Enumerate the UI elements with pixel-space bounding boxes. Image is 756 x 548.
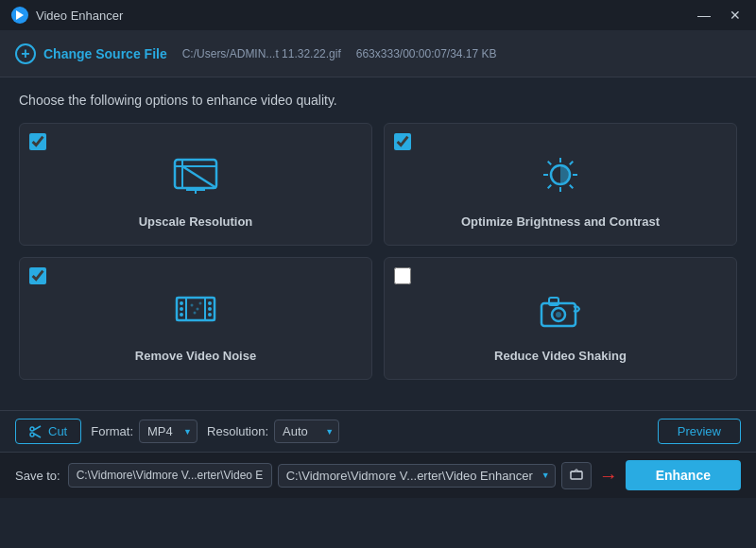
denoise-checkbox-wrapper[interactable] [29, 267, 46, 284]
arrow-indicator: → [599, 465, 618, 487]
upscale-label: Upscale Resolution [139, 214, 253, 229]
resolution-label: Resolution: [207, 424, 268, 438]
svg-point-28 [199, 302, 202, 305]
svg-line-36 [34, 434, 41, 437]
preview-button[interactable]: Preview [658, 419, 741, 444]
svg-marker-0 [16, 10, 24, 20]
save-path-wrapper: C:\Vidmore\Vidmore V...erter\Video Enhan… [68, 462, 592, 489]
title-bar: Video Enhancer — ✕ [0, 0, 756, 30]
svg-point-23 [208, 307, 212, 311]
svg-point-24 [208, 313, 212, 317]
title-bar-controls: — ✕ [694, 8, 745, 23]
bottom-toolbar: Cut Format: MP4 AVI MOV MKV Resolution: … [0, 410, 756, 452]
browse-button[interactable] [561, 462, 592, 489]
file-meta: 663x333/00:00:07/34.17 KB [356, 47, 497, 60]
option-brightness: Optimize Brightness and Contrast [384, 123, 737, 246]
svg-point-27 [194, 312, 197, 315]
option-stabilize: Reduce Video Shaking [384, 257, 737, 380]
svg-line-13 [570, 185, 574, 189]
upscale-checkbox[interactable] [29, 133, 46, 150]
svg-point-34 [30, 433, 34, 437]
save-path-dropdown[interactable]: C:\Vidmore\Vidmore V...erter\Video Enhan… [278, 464, 556, 488]
brightness-label: Optimize Brightness and Contrast [461, 214, 660, 229]
svg-line-12 [548, 162, 552, 165]
add-circle-icon: + [15, 43, 36, 64]
upscale-checkbox-wrapper[interactable] [29, 133, 46, 150]
title-bar-left: Video Enhancer [11, 7, 123, 24]
format-section: Format: MP4 AVI MOV MKV [91, 420, 198, 443]
svg-line-35 [34, 426, 41, 430]
toolbar: + Change Source File C:/Users/ADMIN...t … [0, 30, 756, 77]
svg-point-32 [556, 312, 561, 317]
cut-button[interactable]: Cut [15, 419, 81, 444]
brightness-checkbox[interactable] [394, 133, 411, 150]
scissors-icon [29, 425, 43, 438]
option-upscale: Upscale Resolution [19, 123, 372, 246]
cut-label: Cut [48, 424, 67, 438]
resolution-section: Resolution: Auto 720p 1080p 4K [207, 420, 339, 443]
save-to-label: Save to: [15, 469, 60, 483]
upscale-icon [169, 148, 222, 205]
svg-point-22 [208, 301, 212, 305]
save-bar: Save to: C:\Vidmore\Vidmore V...erter\Vi… [0, 452, 756, 498]
svg-point-20 [180, 307, 183, 311]
save-path-input[interactable] [68, 463, 272, 488]
minimize-button[interactable]: — [694, 8, 714, 23]
denoise-checkbox[interactable] [29, 267, 46, 284]
window-title: Video Enhancer [36, 9, 123, 23]
change-source-label: Change Source File [43, 46, 167, 61]
enhance-button[interactable]: Enhance [626, 460, 741, 490]
save-dropdown-wrapper[interactable]: C:\Vidmore\Vidmore V...erter\Video Enhan… [278, 464, 556, 488]
folder-icon [570, 468, 583, 481]
file-path: C:/Users/ADMIN...t 11.32.22.gif [182, 47, 341, 60]
svg-point-26 [197, 308, 199, 311]
svg-line-4 [182, 166, 216, 188]
option-denoise: Remove Video Noise [19, 257, 372, 380]
stabilize-icon [534, 283, 587, 339]
app-icon [11, 7, 28, 24]
svg-point-21 [180, 313, 183, 317]
change-source-button[interactable]: + Change Source File [15, 43, 167, 64]
svg-point-25 [191, 304, 194, 307]
svg-rect-37 [571, 471, 582, 479]
stabilize-checkbox[interactable] [394, 267, 411, 284]
svg-point-19 [180, 301, 183, 305]
close-button[interactable]: ✕ [726, 8, 745, 23]
svg-line-15 [548, 185, 552, 189]
stabilize-checkbox-wrapper[interactable] [394, 267, 411, 284]
svg-line-14 [570, 162, 574, 165]
brightness-checkbox-wrapper[interactable] [394, 133, 411, 150]
denoise-icon [169, 283, 222, 339]
options-grid: Upscale Resolution [19, 123, 737, 380]
resolution-select[interactable]: Auto 720p 1080p 4K [274, 420, 339, 443]
format-select[interactable]: MP4 AVI MOV MKV [139, 420, 198, 443]
main-content: Choose the following options to enhance … [0, 77, 756, 410]
brightness-icon [534, 148, 587, 205]
format-select-wrapper[interactable]: MP4 AVI MOV MKV [139, 420, 198, 443]
svg-point-33 [30, 427, 34, 431]
denoise-label: Remove Video Noise [135, 349, 256, 363]
format-label: Format: [91, 424, 133, 438]
resolution-select-wrapper[interactable]: Auto 720p 1080p 4K [274, 420, 339, 443]
page-subtitle: Choose the following options to enhance … [19, 93, 737, 108]
stabilize-label: Reduce Video Shaking [494, 349, 627, 363]
